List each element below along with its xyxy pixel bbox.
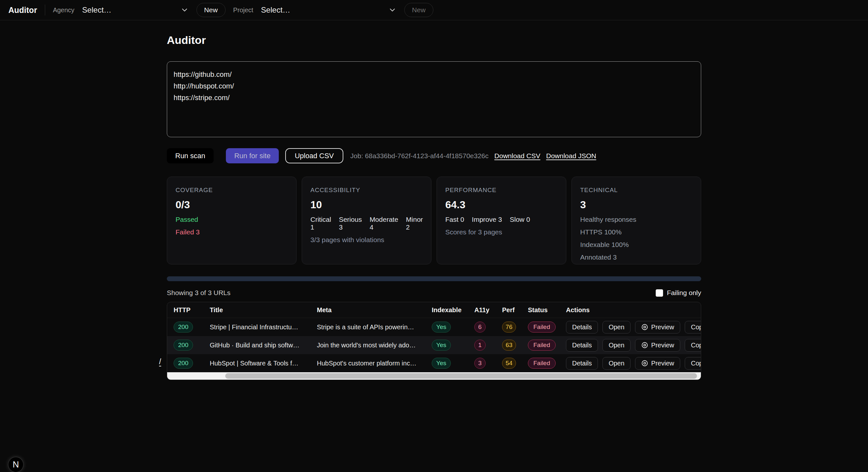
copy-button[interactable]: Copy [685,357,701,370]
download-json-link[interactable]: Download JSON [546,152,596,160]
technical-card-value: 3 [580,199,692,211]
copy-button[interactable]: Copy [685,339,701,352]
slow-count: Slow 0 [510,216,530,224]
indexable-badge: Yes [432,322,451,332]
table-row: 200 GitHub · Build and ship softw… Join … [167,336,701,354]
row-actions: Details Open Preview Copy [566,339,701,352]
open-button[interactable]: Open [602,339,630,352]
failing-only-label: Failing only [667,289,701,297]
eye-icon [641,324,648,331]
performance-card: PERFORMANCE 64.3 Fast 0 Improve 3 Slow 0… [437,177,566,264]
perf-badge: 54 [502,358,516,369]
page-title: Auditor [167,34,701,47]
url-list-input[interactable]: https://github.com/ http://hubspot.com/ … [167,61,701,137]
preview-button-label: Preview [651,342,674,349]
technical-line-https: HTTPS 100% [580,228,692,236]
topbar: Auditor Agency Select… New Project Selec… [0,0,868,20]
details-button[interactable]: Details [566,357,598,370]
table-row: 200 HubSpot | Software & Tools f… HubSpo… [167,354,701,372]
scan-progress-bar [167,276,701,281]
summary-cards: COVERAGE 0/3 Passed Failed 3 ACCESSIBILI… [167,177,701,264]
chevron-down-icon [388,6,397,14]
open-button[interactable]: Open [602,321,630,333]
preview-button-label: Preview [651,360,674,367]
meta-cell: Join the world's most widely ado… [317,342,432,349]
url-overflow-fragment: / [159,357,161,366]
technical-line-annotated: Annotated 3 [580,254,692,261]
project-select-value: Select… [261,5,290,14]
status-badge: Failed [528,358,556,369]
failing-only-checkbox[interactable] [656,289,663,297]
a11y-badge: 6 [474,322,486,332]
row-actions: Details Open Preview Copy [566,321,701,333]
technical-line-healthy: Healthy responses [580,216,692,224]
copy-button[interactable]: Copy [685,321,701,333]
coverage-failed-text: Failed 3 [176,228,288,236]
http-status-badge: 200 [174,358,193,369]
technical-card: TECHNICAL 3 Healthy responses HTTPS 100%… [571,177,701,264]
project-select[interactable]: Select… [261,5,397,14]
nextjs-logo-letter: N [12,460,19,470]
eye-icon [641,342,648,349]
performance-breakdown: Fast 0 Improve 3 Slow 0 [445,216,558,224]
topbar-divider [45,4,45,16]
title-cell: Stripe | Financial Infrastructu… [210,324,317,331]
minor-count: Minor 2 [406,216,423,231]
agency-select[interactable]: Select… [82,5,189,14]
http-status-badge: 200 [174,340,193,351]
scrollbar-thumb[interactable] [225,373,697,379]
table-header-row: HTTP Title Meta Indexable A11y Perf Stat… [167,302,701,318]
showing-count-text: Showing 3 of 3 URLs [167,289,230,297]
col-header-a11y: A11y [474,306,502,314]
download-csv-link[interactable]: Download CSV [494,152,540,160]
run-scan-button[interactable]: Run scan [167,148,214,164]
col-header-meta: Meta [317,306,432,314]
col-header-title: Title [210,306,317,314]
chevron-down-icon [180,6,189,14]
eye-icon [641,360,648,367]
details-button[interactable]: Details [566,339,598,352]
accessibility-breakdown: Critical 1 Serious 3 Moderate 4 Minor 2 [310,216,423,231]
col-header-actions: Actions [566,306,701,314]
performance-card-label: PERFORMANCE [445,186,558,194]
performance-card-value: 64.3 [445,199,558,211]
preview-button[interactable]: Preview [635,339,680,352]
col-header-http: HTTP [174,306,210,314]
app-brand: Auditor [8,5,37,15]
coverage-passed-text: Passed [176,216,288,224]
preview-button[interactable]: Preview [635,357,680,370]
main-content: Auditor https://github.com/ http://hubsp… [167,20,701,380]
fast-count: Fast 0 [445,216,464,224]
coverage-card: COVERAGE 0/3 Passed Failed 3 [167,177,297,264]
run-for-site-button[interactable]: Run for site [226,148,279,164]
accessibility-card: ACCESSIBILITY 10 Critical 1 Serious 3 Mo… [302,177,431,264]
agency-label: Agency [53,6,74,14]
agency-new-button[interactable]: New [196,3,225,17]
results-bar: Showing 3 of 3 URLs Failing only [167,289,701,297]
serious-count: Serious 3 [339,216,362,231]
technical-card-label: TECHNICAL [580,186,692,194]
horizontal-scrollbar[interactable] [167,372,701,380]
col-header-perf: Perf [502,306,528,314]
moderate-count: Moderate 4 [369,216,398,231]
preview-button-label: Preview [651,324,674,331]
indexable-badge: Yes [432,340,451,351]
project-label: Project [233,6,253,14]
perf-badge: 76 [502,322,516,332]
coverage-card-label: COVERAGE [176,186,288,194]
performance-note: Scores for 3 pages [445,228,558,236]
project-new-button[interactable]: New [404,3,433,17]
failing-only-toggle[interactable]: Failing only [656,289,701,297]
results-table-zone: / HTTP Title Meta Indexable A11y Perf St… [167,302,701,380]
coverage-card-value: 0/3 [176,199,288,211]
accessibility-card-label: ACCESSIBILITY [310,186,423,194]
nextjs-dev-badge[interactable]: N [8,457,23,472]
accessibility-card-value: 10 [310,199,423,211]
preview-button[interactable]: Preview [635,321,680,333]
open-button[interactable]: Open [602,357,630,370]
details-button[interactable]: Details [566,321,598,333]
col-header-status: Status [528,306,566,314]
results-table: HTTP Title Meta Indexable A11y Perf Stat… [167,302,701,380]
a11y-badge: 3 [474,358,486,369]
upload-csv-button[interactable]: Upload CSV [285,148,343,164]
